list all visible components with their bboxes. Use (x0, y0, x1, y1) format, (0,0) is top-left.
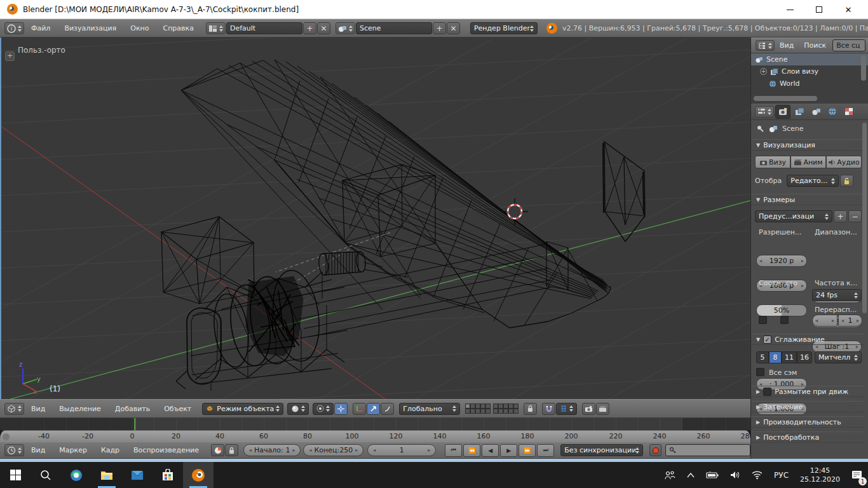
scene-field[interactable]: Scene (356, 22, 432, 34)
volume-icon[interactable] (724, 462, 746, 488)
taskbar-edge-button[interactable] (61, 462, 92, 488)
menu-3d-object[interactable]: Объект (157, 405, 198, 413)
play-reverse-button[interactable]: ◀ (482, 444, 499, 457)
crop-checkbox[interactable] (780, 316, 789, 324)
screen-layout-icon-button[interactable] (206, 22, 226, 34)
render-audio-button[interactable]: Аудио (826, 156, 862, 168)
editor-type-3dview[interactable] (4, 403, 24, 415)
delete-layout-button[interactable]: ✕ (317, 22, 330, 34)
people-icon[interactable] (658, 462, 681, 488)
add-layout-button[interactable]: + (303, 22, 316, 34)
menu-window[interactable]: Окно (123, 24, 156, 32)
aa-samples-5[interactable]: 5 (756, 351, 769, 363)
snap-element-select[interactable] (556, 403, 577, 415)
tray-chevron-icon[interactable] (681, 462, 700, 488)
taskbar-store-button[interactable] (153, 462, 183, 488)
manipulator-scale-button[interactable] (381, 403, 394, 415)
aa-samples-16[interactable]: 16 (797, 351, 812, 363)
outliner-item-world[interactable]: World (751, 78, 868, 90)
render-engine-select[interactable]: Рендер Blender (470, 22, 538, 34)
tab-render[interactable] (775, 105, 790, 119)
aa-samples-11[interactable]: 11 (782, 351, 797, 363)
motionblur-checkbox[interactable] (763, 388, 771, 396)
menu-outliner-search[interactable]: Поиск (799, 41, 831, 50)
panel-header-performance[interactable]: ▶Производительность:::: (751, 416, 864, 428)
fps-select[interactable]: 24 fps (812, 289, 862, 301)
remap-old-field[interactable]: ◂▸ (812, 315, 837, 327)
add-scene-button[interactable]: + (433, 22, 446, 34)
battery-icon[interactable] (700, 462, 724, 488)
autokey-record-button[interactable] (649, 444, 661, 456)
menu-render[interactable]: Визуализация (57, 24, 123, 32)
manipulator-toggle[interactable] (334, 403, 348, 415)
preset-remove-button[interactable]: − (848, 210, 862, 222)
snap-toggle[interactable] (542, 403, 555, 415)
taskbar-clock[interactable]: 12:4525.12.2020 (794, 462, 846, 488)
close-button[interactable]: ✕ (834, 0, 863, 19)
preset-add-button[interactable]: + (834, 210, 847, 222)
language-indicator[interactable]: РУС (768, 462, 794, 488)
render-still-button[interactable]: Визу (755, 156, 790, 168)
render-preset-select[interactable]: Предус...изаци (755, 210, 832, 222)
manipulator-rotate-button[interactable] (367, 403, 380, 415)
pin-icon[interactable] (756, 125, 764, 133)
aa-enable-checkbox[interactable]: ✓ (763, 336, 771, 344)
panel-header-motionblur[interactable]: ▶Размытие при движ (751, 386, 864, 397)
panel-header-postprocessing[interactable]: ▶Постобработка:::: (751, 431, 864, 443)
panel-header-dimensions[interactable]: ▼Размеры:::: (751, 194, 864, 205)
aa-samples-8[interactable]: 8 (769, 351, 782, 363)
menu-tl-view[interactable]: Вид (24, 446, 52, 454)
aa-filter-select[interactable]: Митчелл (815, 351, 862, 363)
lock-to-scene-button[interactable] (524, 403, 537, 415)
frame-end-field[interactable]: ◂Конец: 250▸ (303, 444, 363, 456)
menu-3d-add[interactable]: Добавить (108, 405, 157, 413)
notification-button[interactable]: 1 (846, 462, 868, 488)
render-anim-button[interactable]: Аним (790, 156, 826, 168)
taskbar-search-button[interactable] (31, 462, 61, 488)
menu-3d-select[interactable]: Выделение (52, 405, 108, 413)
orientation-select[interactable]: Глобально (399, 403, 460, 415)
frame-start-field[interactable]: ◂Начало: 1▸ (243, 444, 301, 456)
opengl-anim-button[interactable] (596, 403, 609, 415)
mode-select[interactable]: Режим объекта (202, 403, 283, 415)
fullsample-checkbox[interactable] (756, 368, 764, 376)
menu-outliner-view[interactable]: Вид (775, 41, 799, 50)
opengl-render-button[interactable] (582, 403, 595, 415)
properties-scrollbar[interactable] (862, 123, 867, 313)
editor-type-properties[interactable] (755, 106, 774, 118)
menu-tl-playback[interactable]: Воспроизведение (126, 446, 206, 454)
menu-tl-marker[interactable]: Маркер (52, 446, 94, 454)
panel-header-antialiasing[interactable]: ▼✓Сглаживание:::: (751, 334, 864, 345)
display-mode-select[interactable]: Редакто... (787, 175, 839, 187)
timeline-ruler[interactable]: -40-200204060801001201401601802002202402… (0, 430, 750, 442)
delete-scene-button[interactable]: ✕ (447, 22, 460, 34)
tab-render-layers[interactable] (792, 105, 807, 119)
maximize-button[interactable] (804, 0, 834, 19)
tab-world[interactable] (825, 105, 840, 119)
start-button[interactable] (0, 462, 31, 488)
resolution-x-field[interactable]: ◂1920 p▸ (756, 255, 807, 267)
outliner-display-select[interactable]: Все сц (832, 39, 865, 51)
current-frame-field[interactable]: ◂ 1▸ (367, 444, 436, 456)
viewport-3d[interactable]: Польз.-орто + (1) z y x (0, 37, 750, 399)
menu-help[interactable]: Справка (156, 24, 200, 32)
tab-scene[interactable] (808, 105, 824, 119)
shading-select[interactable] (287, 403, 309, 415)
editor-type-timeline[interactable] (4, 444, 24, 456)
panel-header-render[interactable]: ▼Визуализация:::: (751, 139, 864, 151)
outliner-hscrollbar[interactable] (754, 96, 817, 101)
screen-layout-field[interactable]: Default (226, 22, 302, 34)
next-keyframe-button[interactable]: ⏩ (519, 444, 536, 457)
editor-type-info[interactable]: i (4, 22, 24, 34)
wifi-icon[interactable] (746, 462, 768, 488)
tab-texture[interactable] (841, 105, 857, 119)
remap-new-field[interactable]: ◂1▸ (838, 315, 862, 327)
prev-keyframe-button[interactable]: ⏪ (463, 444, 480, 457)
editor-type-outliner[interactable] (756, 40, 775, 51)
layers-widget[interactable] (465, 403, 519, 414)
region-expand-button[interactable]: + (5, 51, 15, 61)
display-lock-button[interactable] (840, 175, 853, 187)
pivot-select[interactable] (313, 403, 334, 415)
outliner-vscrollbar[interactable] (861, 55, 866, 81)
outliner-item-scene[interactable]: Scene (751, 53, 868, 65)
